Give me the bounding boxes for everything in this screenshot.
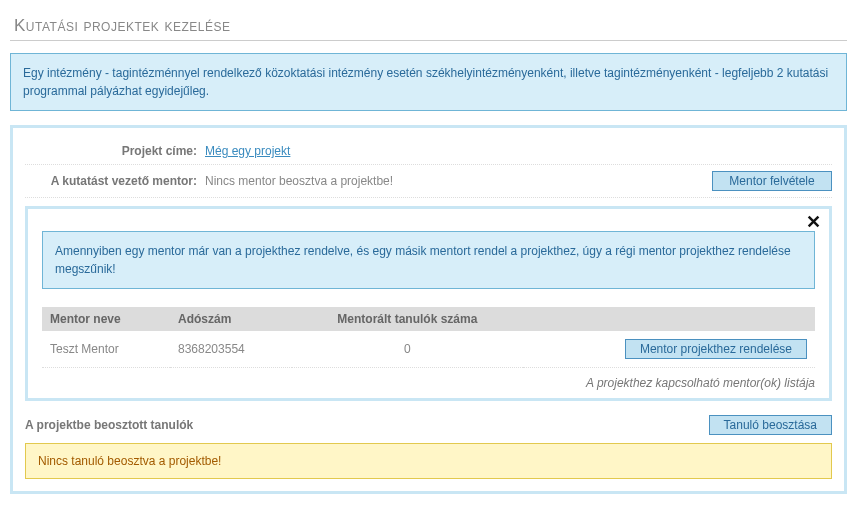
assign-mentor-button[interactable]: Mentor projekthez rendelése (625, 339, 807, 359)
cell-action: Mentor projekthez rendelése (523, 331, 815, 368)
mentor-row: A kutatást vezető mentor: Nincs mentor b… (25, 165, 832, 198)
mentor-table: Mentor neve Adószám Mentorált tanulók sz… (42, 307, 815, 368)
page-title: Kutatási projektek kezelése (10, 10, 847, 41)
project-title-row: Projekt címe: Még egy projekt (25, 138, 832, 165)
add-student-button[interactable]: Tanuló beosztása (709, 415, 832, 435)
mentor-footnote: A projekthez kapcsolható mentor(ok) list… (42, 376, 815, 390)
project-title-label: Projekt címe: (25, 144, 205, 158)
table-row: Teszt Mentor 8368203554 0 Mentor projekt… (42, 331, 815, 368)
project-panel: Projekt címe: Még egy projekt A kutatást… (10, 125, 847, 494)
students-warn-box: Nincs tanuló beosztva a projektbe! (25, 443, 832, 479)
col-tax: Adószám (170, 307, 292, 331)
col-mentor-name: Mentor neve (42, 307, 170, 331)
cell-students: 0 (292, 331, 522, 368)
col-action (523, 307, 815, 331)
top-info-box: Egy intézmény - tagintézménnyel rendelke… (10, 53, 847, 111)
col-students: Mentorált tanulók száma (292, 307, 522, 331)
mentor-value: Nincs mentor beosztva a projektbe! (205, 174, 712, 188)
add-mentor-button[interactable]: Mentor felvétele (712, 171, 832, 191)
project-title-link[interactable]: Még egy projekt (205, 144, 290, 158)
project-title-value: Még egy projekt (205, 144, 832, 158)
students-label: A projektbe beosztott tanulók (25, 418, 709, 432)
students-section-row: A projektbe beosztott tanulók Tanuló beo… (25, 411, 832, 443)
cell-mentor-name: Teszt Mentor (42, 331, 170, 368)
cell-tax: 8368203554 (170, 331, 292, 368)
mentor-warning-box: Amennyiben egy mentor már van a projekth… (42, 231, 815, 289)
close-icon[interactable]: ✕ (806, 213, 821, 231)
mentor-label: A kutatást vezető mentor: (25, 174, 205, 188)
mentor-assign-panel: ✕ Amennyiben egy mentor már van a projek… (25, 206, 832, 401)
